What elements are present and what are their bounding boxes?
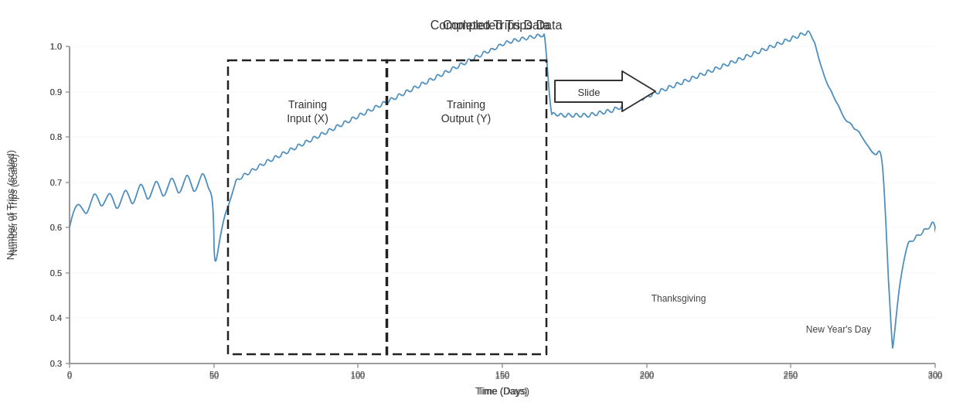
- x-tick-label-150: 150: [495, 371, 509, 381]
- svg-rect-18: [70, 47, 934, 363]
- x-tick-label-0: 0: [67, 371, 72, 381]
- x-tick-label-300: 300: [928, 371, 942, 381]
- y-tick-label-0.6: 0.6: [50, 223, 62, 232]
- y-tick-label-0.9: 0.9: [50, 87, 62, 97]
- training-output-label-line2: Output (Y): [441, 112, 492, 125]
- thanksgiving-label: Thanksgiving: [652, 293, 706, 304]
- x-tick-label-250: 250: [784, 371, 798, 381]
- y-tick-label-0.7: 0.7: [50, 178, 62, 187]
- chart-container: Completed Trips Data 1.0 0.9 0.8 0.7: [0, 0, 980, 413]
- training-output-label: Training: [447, 98, 485, 111]
- x-tick-label-200: 200: [640, 371, 654, 381]
- y-tick-label-1.0: 1.0: [50, 42, 62, 51]
- training-input-label-line2: Input (X): [287, 112, 328, 125]
- training-input-label: Training: [288, 98, 327, 111]
- x-tick-label-50: 50: [209, 371, 219, 381]
- y-tick-label-0.3: 0.3: [50, 359, 62, 368]
- chart-title: Completed Trips Data: [443, 19, 563, 32]
- y-tick-label-0.5: 0.5: [50, 268, 62, 278]
- y-tick-label-0.8: 0.8: [50, 132, 62, 142]
- y-axis-label: Number of Trips (scaled): [5, 150, 16, 260]
- newyearsday-label: New Year's Day: [806, 324, 871, 335]
- slide-label: Slide: [578, 87, 601, 98]
- x-axis-label: Time (Days): [475, 385, 529, 397]
- y-tick-label-0.4: 0.4: [50, 313, 62, 323]
- x-tick-label-100: 100: [351, 371, 365, 381]
